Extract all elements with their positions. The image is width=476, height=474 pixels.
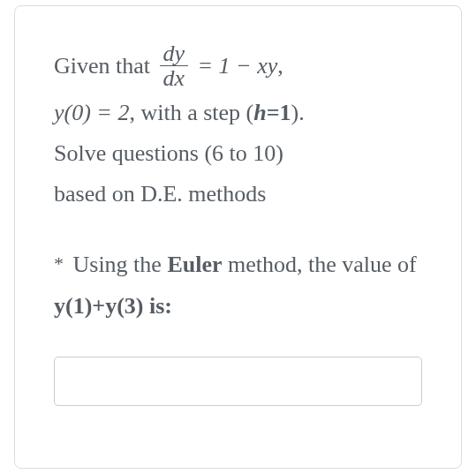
required-asterisk: *: [54, 252, 64, 275]
prompt-target: y(1)+y(3) is:: [54, 293, 172, 319]
comma: ,: [277, 53, 283, 79]
context-line4: based on D.E. methods: [54, 181, 266, 207]
equals-part: = 1 − xy: [192, 53, 277, 79]
method-name: Euler: [167, 252, 222, 277]
prompt-pre: Using the: [67, 252, 167, 277]
initial-condition: y(0) = 2: [54, 100, 129, 125]
rhs-var: xy: [257, 53, 277, 79]
context-line3: Solve questions (6 to 10): [54, 140, 283, 166]
question-card: Given that dydx = 1 − xy, y(0) = 2, with…: [14, 5, 462, 469]
ic-rest: , with a step (: [129, 100, 253, 125]
answer-input-wrap: [54, 357, 422, 406]
context-given-prefix: Given that: [54, 53, 156, 79]
question-prompt: * Using the Euler method, the value of y…: [54, 245, 422, 327]
step-val: 1: [280, 100, 291, 125]
eq-text: = 1 −: [192, 53, 257, 79]
fraction-denominator: dx: [160, 66, 189, 90]
question-context: Given that dydx = 1 − xy, y(0) = 2, with…: [54, 43, 422, 214]
step-var: h: [253, 100, 266, 125]
fraction-numerator: dy: [160, 41, 189, 66]
step-close: ).: [291, 100, 305, 125]
page-container: Given that dydx = 1 − xy, y(0) = 2, with…: [0, 5, 476, 474]
prompt-mid: method, the value of: [223, 252, 417, 277]
fraction-dy-dx: dydx: [160, 41, 189, 91]
step-eq: =: [267, 100, 280, 125]
answer-input[interactable]: [54, 357, 422, 406]
